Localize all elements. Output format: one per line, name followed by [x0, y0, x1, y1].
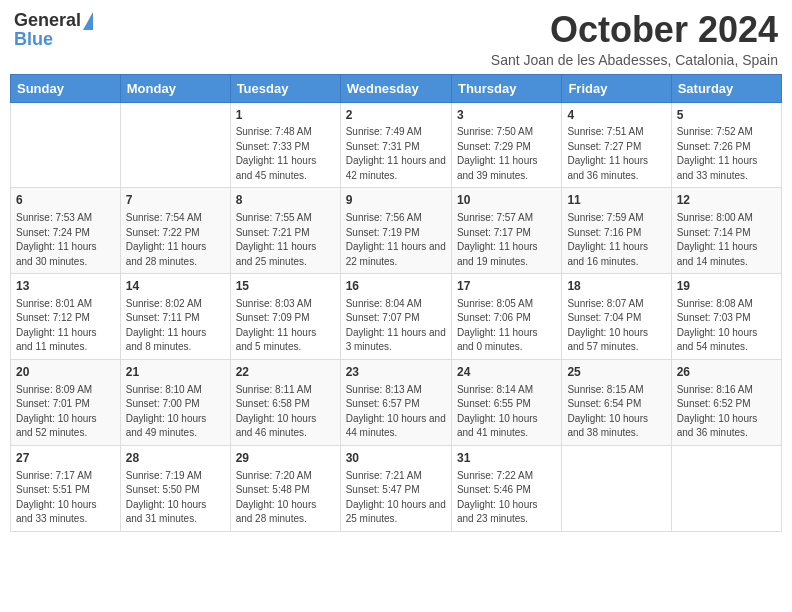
calendar-cell: 3Sunrise: 7:50 AMSunset: 7:29 PMDaylight… — [451, 102, 561, 188]
day-of-week-header: Saturday — [671, 74, 781, 102]
calendar-week-row: 1Sunrise: 7:48 AMSunset: 7:33 PMDaylight… — [11, 102, 782, 188]
day-of-week-header: Tuesday — [230, 74, 340, 102]
day-info: Sunrise: 7:57 AMSunset: 7:17 PMDaylight:… — [457, 211, 556, 269]
day-info: Sunrise: 8:13 AMSunset: 6:57 PMDaylight:… — [346, 383, 446, 441]
calendar-table: SundayMondayTuesdayWednesdayThursdayFrid… — [10, 74, 782, 532]
day-info: Sunrise: 8:07 AMSunset: 7:04 PMDaylight:… — [567, 297, 665, 355]
calendar-cell: 5Sunrise: 7:52 AMSunset: 7:26 PMDaylight… — [671, 102, 781, 188]
day-number: 11 — [567, 192, 665, 209]
calendar-cell: 25Sunrise: 8:15 AMSunset: 6:54 PMDayligh… — [562, 359, 671, 445]
day-info: Sunrise: 8:10 AMSunset: 7:00 PMDaylight:… — [126, 383, 225, 441]
calendar-cell: 14Sunrise: 8:02 AMSunset: 7:11 PMDayligh… — [120, 274, 230, 360]
calendar-cell: 29Sunrise: 7:20 AMSunset: 5:48 PMDayligh… — [230, 445, 340, 531]
calendar-cell — [120, 102, 230, 188]
day-number: 26 — [677, 364, 776, 381]
day-number: 4 — [567, 107, 665, 124]
day-info: Sunrise: 8:08 AMSunset: 7:03 PMDaylight:… — [677, 297, 776, 355]
calendar-cell: 8Sunrise: 7:55 AMSunset: 7:21 PMDaylight… — [230, 188, 340, 274]
day-number: 17 — [457, 278, 556, 295]
calendar-header-row: SundayMondayTuesdayWednesdayThursdayFrid… — [11, 74, 782, 102]
day-info: Sunrise: 7:21 AMSunset: 5:47 PMDaylight:… — [346, 469, 446, 527]
calendar-week-row: 6Sunrise: 7:53 AMSunset: 7:24 PMDaylight… — [11, 188, 782, 274]
day-number: 14 — [126, 278, 225, 295]
day-info: Sunrise: 8:03 AMSunset: 7:09 PMDaylight:… — [236, 297, 335, 355]
day-info: Sunrise: 7:51 AMSunset: 7:27 PMDaylight:… — [567, 125, 665, 183]
day-info: Sunrise: 8:04 AMSunset: 7:07 PMDaylight:… — [346, 297, 446, 355]
day-info: Sunrise: 8:05 AMSunset: 7:06 PMDaylight:… — [457, 297, 556, 355]
calendar-cell: 4Sunrise: 7:51 AMSunset: 7:27 PMDaylight… — [562, 102, 671, 188]
calendar-cell: 7Sunrise: 7:54 AMSunset: 7:22 PMDaylight… — [120, 188, 230, 274]
day-info: Sunrise: 7:17 AMSunset: 5:51 PMDaylight:… — [16, 469, 115, 527]
day-number: 23 — [346, 364, 446, 381]
month-year-title: October 2024 — [491, 10, 778, 50]
day-number: 21 — [126, 364, 225, 381]
title-section: October 2024 Sant Joan de les Abadesses,… — [491, 10, 778, 68]
day-number: 20 — [16, 364, 115, 381]
day-number: 24 — [457, 364, 556, 381]
calendar-cell: 10Sunrise: 7:57 AMSunset: 7:17 PMDayligh… — [451, 188, 561, 274]
day-info: Sunrise: 8:00 AMSunset: 7:14 PMDaylight:… — [677, 211, 776, 269]
location-subtitle: Sant Joan de les Abadesses, Catalonia, S… — [491, 52, 778, 68]
day-number: 22 — [236, 364, 335, 381]
day-info: Sunrise: 7:56 AMSunset: 7:19 PMDaylight:… — [346, 211, 446, 269]
day-info: Sunrise: 7:48 AMSunset: 7:33 PMDaylight:… — [236, 125, 335, 183]
day-info: Sunrise: 7:52 AMSunset: 7:26 PMDaylight:… — [677, 125, 776, 183]
calendar-cell: 16Sunrise: 8:04 AMSunset: 7:07 PMDayligh… — [340, 274, 451, 360]
calendar-cell: 22Sunrise: 8:11 AMSunset: 6:58 PMDayligh… — [230, 359, 340, 445]
day-info: Sunrise: 8:16 AMSunset: 6:52 PMDaylight:… — [677, 383, 776, 441]
day-number: 1 — [236, 107, 335, 124]
day-of-week-header: Friday — [562, 74, 671, 102]
day-number: 30 — [346, 450, 446, 467]
day-number: 28 — [126, 450, 225, 467]
day-number: 18 — [567, 278, 665, 295]
day-number: 19 — [677, 278, 776, 295]
calendar-cell: 11Sunrise: 7:59 AMSunset: 7:16 PMDayligh… — [562, 188, 671, 274]
page-header: General Blue October 2024 Sant Joan de l… — [10, 10, 782, 68]
day-info: Sunrise: 8:14 AMSunset: 6:55 PMDaylight:… — [457, 383, 556, 441]
day-info: Sunrise: 7:19 AMSunset: 5:50 PMDaylight:… — [126, 469, 225, 527]
logo-blue-text: Blue — [14, 29, 53, 50]
day-info: Sunrise: 8:15 AMSunset: 6:54 PMDaylight:… — [567, 383, 665, 441]
day-info: Sunrise: 7:54 AMSunset: 7:22 PMDaylight:… — [126, 211, 225, 269]
calendar-cell: 30Sunrise: 7:21 AMSunset: 5:47 PMDayligh… — [340, 445, 451, 531]
day-number: 13 — [16, 278, 115, 295]
day-info: Sunrise: 7:20 AMSunset: 5:48 PMDaylight:… — [236, 469, 335, 527]
calendar-cell — [562, 445, 671, 531]
day-info: Sunrise: 7:50 AMSunset: 7:29 PMDaylight:… — [457, 125, 556, 183]
day-of-week-header: Sunday — [11, 74, 121, 102]
calendar-cell: 28Sunrise: 7:19 AMSunset: 5:50 PMDayligh… — [120, 445, 230, 531]
day-number: 6 — [16, 192, 115, 209]
calendar-week-row: 13Sunrise: 8:01 AMSunset: 7:12 PMDayligh… — [11, 274, 782, 360]
day-info: Sunrise: 7:22 AMSunset: 5:46 PMDaylight:… — [457, 469, 556, 527]
logo-triangle-icon — [83, 12, 93, 30]
day-number: 31 — [457, 450, 556, 467]
day-info: Sunrise: 7:59 AMSunset: 7:16 PMDaylight:… — [567, 211, 665, 269]
day-info: Sunrise: 8:11 AMSunset: 6:58 PMDaylight:… — [236, 383, 335, 441]
calendar-cell — [11, 102, 121, 188]
calendar-cell: 24Sunrise: 8:14 AMSunset: 6:55 PMDayligh… — [451, 359, 561, 445]
calendar-cell: 21Sunrise: 8:10 AMSunset: 7:00 PMDayligh… — [120, 359, 230, 445]
day-number: 9 — [346, 192, 446, 209]
day-info: Sunrise: 8:09 AMSunset: 7:01 PMDaylight:… — [16, 383, 115, 441]
day-number: 15 — [236, 278, 335, 295]
day-of-week-header: Wednesday — [340, 74, 451, 102]
calendar-week-row: 27Sunrise: 7:17 AMSunset: 5:51 PMDayligh… — [11, 445, 782, 531]
day-of-week-header: Thursday — [451, 74, 561, 102]
day-info: Sunrise: 7:53 AMSunset: 7:24 PMDaylight:… — [16, 211, 115, 269]
calendar-cell: 23Sunrise: 8:13 AMSunset: 6:57 PMDayligh… — [340, 359, 451, 445]
calendar-cell: 2Sunrise: 7:49 AMSunset: 7:31 PMDaylight… — [340, 102, 451, 188]
calendar-cell: 13Sunrise: 8:01 AMSunset: 7:12 PMDayligh… — [11, 274, 121, 360]
day-number: 12 — [677, 192, 776, 209]
calendar-cell: 12Sunrise: 8:00 AMSunset: 7:14 PMDayligh… — [671, 188, 781, 274]
calendar-cell: 18Sunrise: 8:07 AMSunset: 7:04 PMDayligh… — [562, 274, 671, 360]
day-number: 25 — [567, 364, 665, 381]
day-info: Sunrise: 8:02 AMSunset: 7:11 PMDaylight:… — [126, 297, 225, 355]
day-of-week-header: Monday — [120, 74, 230, 102]
day-number: 5 — [677, 107, 776, 124]
calendar-cell: 6Sunrise: 7:53 AMSunset: 7:24 PMDaylight… — [11, 188, 121, 274]
day-number: 29 — [236, 450, 335, 467]
day-number: 7 — [126, 192, 225, 209]
calendar-cell: 15Sunrise: 8:03 AMSunset: 7:09 PMDayligh… — [230, 274, 340, 360]
calendar-cell: 9Sunrise: 7:56 AMSunset: 7:19 PMDaylight… — [340, 188, 451, 274]
day-number: 2 — [346, 107, 446, 124]
